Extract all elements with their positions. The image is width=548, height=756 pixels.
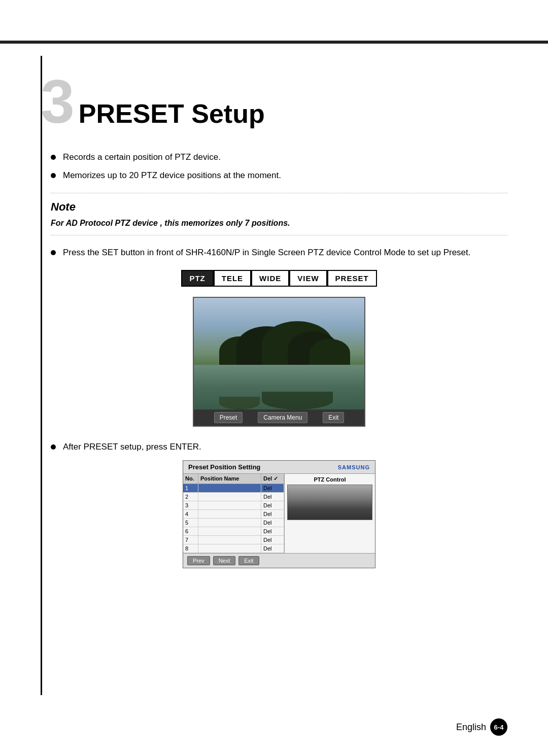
row2-del[interactable]: Del: [261, 493, 284, 501]
note-text: For AD Protocol PTZ device , this memori…: [51, 219, 507, 228]
prev-button[interactable]: Prev: [187, 556, 210, 565]
preset-footer: Prev Next Exit: [183, 553, 375, 568]
row3-no: 3: [183, 501, 198, 509]
row4-no: 4: [183, 510, 198, 518]
row6-del[interactable]: Del: [261, 527, 284, 535]
row3-del[interactable]: Del: [261, 501, 284, 509]
row4-del[interactable]: Del: [261, 510, 284, 518]
bullet-item-3: Press the SET button in front of SHR-416…: [51, 248, 507, 258]
row6-name: [198, 527, 261, 535]
chapter-number: 3: [41, 71, 75, 132]
col-del: Del ✓: [261, 474, 284, 484]
language-label: English: [456, 722, 486, 733]
ptz-control-label: PTZ Control: [287, 476, 372, 483]
samsung-logo: SAMSUNG: [338, 464, 370, 470]
bottom-nav: English 6-4: [456, 718, 507, 736]
note-section: Note For AD Protocol PTZ device , this m…: [51, 193, 507, 235]
bullet-dot-2: [51, 173, 56, 178]
row5-no: 5: [183, 519, 198, 527]
preset-row-3: 3 Del: [183, 501, 284, 510]
row5-name: [198, 519, 261, 527]
row7-del[interactable]: Del: [261, 536, 284, 544]
bullet-item-4: After PRESET setup, press ENTER.: [51, 442, 507, 452]
bullet-dot-4: [51, 444, 56, 450]
row2-name: [198, 493, 261, 501]
ptz-button-row: PTZ TELE WIDE VIEW PRESET: [51, 270, 507, 287]
preset-row-7: 7 Del: [183, 536, 284, 544]
preset-row-8: 8 Del: [183, 544, 284, 553]
next-button[interactable]: Next: [213, 556, 236, 565]
preset-left-panel: No. Position Name Del ✓ 1 Del 2 Del: [183, 474, 285, 553]
after-preset-text: After PRESET setup, press ENTER.: [63, 442, 201, 452]
row8-del[interactable]: Del: [261, 544, 284, 553]
row7-name: [198, 536, 261, 544]
ptz-button-tele[interactable]: TELE: [214, 270, 251, 287]
camera-toolbar: Preset Camera Menu Exit: [194, 409, 364, 426]
bullet-text-2: Memorizes up to 20 PTZ device positions …: [63, 170, 281, 181]
row6-no: 6: [183, 527, 198, 535]
camera-preview: Preset Camera Menu Exit: [193, 297, 365, 427]
chapter-header: 3 PRESET Setup: [41, 71, 507, 132]
preset-row-2: 2 Del: [183, 493, 284, 501]
bullet-dot-1: [51, 155, 56, 160]
row2-no: 2: [183, 493, 198, 501]
exit-button[interactable]: Exit: [238, 556, 259, 565]
ptz-button-ptz[interactable]: PTZ: [181, 270, 213, 287]
row8-no: 8: [183, 544, 198, 553]
row3-name: [198, 501, 261, 509]
camera-exit-button[interactable]: Exit: [323, 412, 344, 423]
col-no: No.: [183, 474, 198, 484]
bullet-dot-3: [51, 250, 56, 255]
preset-col-header: No. Position Name Del ✓: [183, 474, 284, 484]
ptz-button-wide[interactable]: WIDE: [251, 270, 289, 287]
preset-row-5: 5 Del: [183, 519, 284, 527]
camera-preset-button[interactable]: Preset: [214, 412, 243, 423]
camera-image: [194, 298, 364, 409]
main-content: Records a certain position of PTZ device…: [51, 152, 507, 568]
preset-table: Preset Position Setting SAMSUNG No. Posi…: [183, 460, 375, 568]
preset-table-title: Preset Position Setting: [188, 463, 260, 471]
row1-no: 1: [183, 484, 198, 492]
bullet-item-1: Records a certain position of PTZ device…: [51, 152, 507, 162]
note-title: Note: [51, 200, 507, 214]
page-badge: 6-4: [490, 718, 507, 736]
ptz-preview-image: [287, 485, 372, 520]
ptz-button-view[interactable]: VIEW: [289, 270, 327, 287]
row7-no: 7: [183, 536, 198, 544]
preset-row-4: 4 Del: [183, 510, 284, 519]
ptz-button-preset[interactable]: PRESET: [327, 270, 377, 287]
row4-name: [198, 510, 261, 518]
preset-row-6: 6 Del: [183, 527, 284, 536]
preset-inner: No. Position Name Del ✓ 1 Del 2 Del: [183, 474, 375, 553]
row1-del[interactable]: Del: [261, 484, 284, 492]
chapter-title: PRESET Setup: [79, 98, 265, 129]
bullet-text-1: Records a certain position of PTZ device…: [63, 152, 221, 162]
bullet-item-2: Memorizes up to 20 PTZ device positions …: [51, 170, 507, 181]
row1-name: [198, 484, 261, 492]
row5-del[interactable]: Del: [261, 519, 284, 527]
content-area: 3 PRESET Setup Records a certain positio…: [41, 56, 507, 715]
bullet-text-3: Press the SET button in front of SHR-416…: [63, 248, 471, 258]
camera-menu-button[interactable]: Camera Menu: [258, 412, 307, 423]
preset-right-panel: PTZ Control: [285, 474, 375, 553]
row8-name: [198, 544, 261, 553]
preset-table-header: Preset Position Setting SAMSUNG: [183, 461, 375, 474]
top-border: [0, 41, 548, 44]
preset-row-1: 1 Del: [183, 484, 284, 493]
col-name: Position Name: [198, 474, 261, 484]
